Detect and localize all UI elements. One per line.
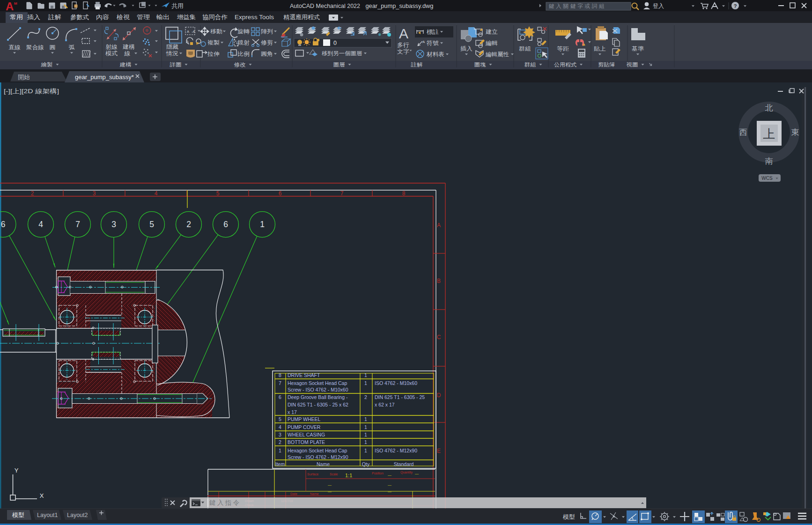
- svg-text:WHEEL CASING: WHEEL CASING: [288, 432, 325, 437]
- svg-text:情況: 情況: [166, 50, 178, 57]
- svg-text:6: 6: [1, 220, 6, 229]
- svg-text:線: 線: [124, 50, 130, 57]
- svg-text:多行: 多行: [397, 42, 409, 48]
- svg-text:常用: 常用: [10, 14, 23, 21]
- svg-text:模型: 模型: [562, 514, 575, 520]
- svg-text:鍵入關鍵字或詞組: 鍵入關鍵字或詞組: [549, 3, 606, 9]
- svg-text:拉伸: 拉伸: [207, 51, 220, 57]
- svg-text:射線: 射線: [105, 44, 118, 50]
- svg-text:Standard: Standard: [394, 461, 414, 467]
- svg-text:—: —: [388, 473, 391, 477]
- svg-text:基準: 基準: [632, 45, 644, 52]
- svg-text:1: 1: [364, 424, 367, 430]
- svg-text:材料表: 材料表: [426, 51, 444, 58]
- svg-text:弧: 弧: [69, 44, 75, 51]
- svg-text:註解: 註解: [411, 62, 423, 67]
- svg-text:Hexagon Socket Head Cap: Hexagon Socket Head Cap: [288, 380, 347, 386]
- svg-text:隱藏: 隱藏: [166, 44, 178, 50]
- svg-text:6: 6: [223, 220, 228, 229]
- svg-text:建構: 建構: [120, 62, 132, 67]
- svg-text:3: 3: [111, 220, 116, 229]
- svg-text:剪貼簿: 剪貼簿: [598, 62, 615, 67]
- svg-text:北: 北: [765, 104, 773, 112]
- svg-text:A: A: [437, 222, 441, 229]
- svg-text:詳圖: 詳圖: [170, 62, 182, 67]
- svg-text:Name: Name: [317, 461, 330, 467]
- svg-text:插入: 插入: [27, 14, 40, 21]
- svg-text:聚合線: 聚合線: [26, 44, 44, 51]
- svg-text:Position: Position: [372, 472, 384, 475]
- svg-text:3: 3: [93, 190, 96, 197]
- svg-text:4: 4: [38, 220, 43, 229]
- svg-text:鏡射: 鏡射: [237, 39, 250, 46]
- svg-text:—: —: [328, 483, 332, 487]
- svg-text:?: ?: [734, 3, 737, 9]
- svg-text:直線: 直線: [8, 44, 21, 51]
- svg-text:1: 1: [364, 432, 367, 437]
- svg-text:DRIVE SHAFT: DRIVE SHAFT: [288, 372, 320, 378]
- svg-text:7: 7: [340, 190, 344, 197]
- svg-text:1: 1: [364, 416, 367, 422]
- svg-text:7: 7: [279, 380, 281, 386]
- svg-text:Scale: Scale: [330, 473, 338, 476]
- svg-text:繪製: 繪製: [41, 62, 53, 67]
- svg-text:6: 6: [279, 190, 282, 197]
- svg-text:X: X: [40, 492, 44, 499]
- svg-text:WCS: WCS: [761, 176, 773, 181]
- svg-text:複製: 複製: [207, 39, 220, 46]
- svg-text:D: D: [437, 392, 441, 399]
- svg-text:—: —: [388, 483, 391, 487]
- svg-text:1: 1: [364, 372, 367, 378]
- svg-text:ISO 4762 - M12x90: ISO 4762 - M12x90: [375, 448, 417, 453]
- svg-text:陣列: 陣列: [261, 28, 273, 35]
- svg-text:精選應用程式: 精選應用程式: [283, 14, 320, 21]
- svg-text:E: E: [437, 448, 441, 454]
- svg-text:登入: 登入: [653, 3, 664, 9]
- svg-text:上: 上: [763, 127, 775, 141]
- svg-text:A: A: [187, 30, 189, 34]
- svg-text:❄: ❄: [378, 32, 382, 37]
- svg-text:旋轉: 旋轉: [237, 28, 250, 35]
- svg-text:內容: 內容: [96, 14, 109, 21]
- svg-text:6: 6: [279, 394, 281, 400]
- svg-text:標註: 標註: [427, 29, 439, 35]
- svg-text:圖層: 圖層: [333, 62, 345, 67]
- svg-text:Screw - ISO 4762 - M12x90: Screw - ISO 4762 - M12x90: [288, 454, 348, 460]
- svg-text:—: —: [328, 489, 332, 494]
- svg-text:Date: Date: [290, 492, 297, 495]
- svg-text:修改: 修改: [234, 62, 246, 67]
- svg-text:1:1: 1:1: [345, 473, 352, 478]
- svg-text:符號: 符號: [427, 40, 439, 46]
- svg-text:鍵入指令: 鍵入指令: [209, 499, 241, 506]
- svg-text:4: 4: [279, 424, 281, 430]
- svg-text:比例: 比例: [237, 51, 250, 57]
- svg-text:1: 1: [279, 448, 281, 453]
- svg-text:插入: 插入: [460, 45, 472, 52]
- svg-text:群組: 群組: [524, 62, 537, 67]
- svg-text:A: A: [422, 40, 425, 44]
- svg-text:5: 5: [216, 190, 220, 197]
- svg-text:參數式: 參數式: [70, 14, 89, 21]
- svg-text:Item: Item: [275, 461, 285, 467]
- svg-text:模型: 模型: [12, 512, 24, 518]
- svg-text:圖塊: 圖塊: [474, 62, 487, 67]
- svg-text:2: 2: [31, 190, 34, 197]
- svg-text:增益集: 增益集: [177, 14, 196, 21]
- svg-text:4: 4: [155, 190, 158, 197]
- svg-text:視圖: 視圖: [626, 62, 638, 67]
- svg-text:1: 1: [364, 380, 367, 386]
- svg-text:編輯屬性: 編輯屬性: [485, 51, 509, 58]
- svg-text:輸出: 輸出: [156, 14, 170, 21]
- svg-text:Quantity: Quantity: [400, 471, 413, 474]
- svg-text:開始: 開始: [18, 74, 30, 81]
- svg-text:Express Tools: Express Tools: [235, 14, 274, 21]
- svg-text:Hexagon Socket Head Cap: Hexagon Socket Head Cap: [288, 448, 347, 453]
- svg-text:檢視: 檢視: [116, 14, 130, 21]
- svg-text:Layout1: Layout1: [37, 512, 58, 518]
- svg-text:DIN 625 T1 - 6305 - 25: DIN 625 T1 - 6305 - 25: [375, 394, 425, 400]
- svg-text:文字: 文字: [397, 48, 409, 55]
- svg-text:註解: 註解: [48, 14, 61, 21]
- svg-text:移動: 移動: [210, 28, 222, 35]
- svg-text:東: 東: [791, 128, 799, 137]
- svg-text:8: 8: [279, 372, 281, 378]
